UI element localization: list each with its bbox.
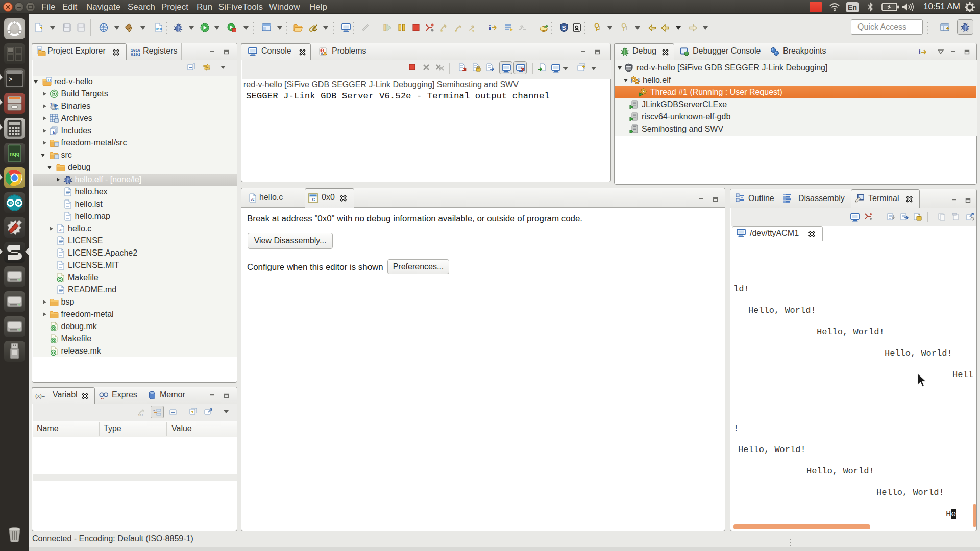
svg-text:i: i [489, 23, 491, 31]
svg-text:nqq: nqq [9, 151, 19, 157]
svg-text:h: h [53, 130, 55, 135]
svg-text:>_: >_ [9, 76, 16, 83]
svg-text:S: S [562, 25, 566, 31]
svg-text:C: C [48, 78, 51, 82]
svg-text:0101: 0101 [131, 52, 140, 57]
svg-text:010: 010 [156, 27, 162, 31]
svg-text:.c: .c [59, 227, 63, 232]
svg-text:.c: .c [251, 196, 255, 202]
svg-text:=: = [153, 409, 155, 413]
svg-text:x=: x= [101, 397, 104, 400]
svg-text:i: i [919, 48, 921, 56]
svg-text:c: c [312, 196, 315, 202]
svg-text:(x)=: (x)= [35, 393, 45, 399]
svg-text:101: 101 [138, 414, 143, 417]
svg-text:01: 01 [55, 107, 59, 111]
